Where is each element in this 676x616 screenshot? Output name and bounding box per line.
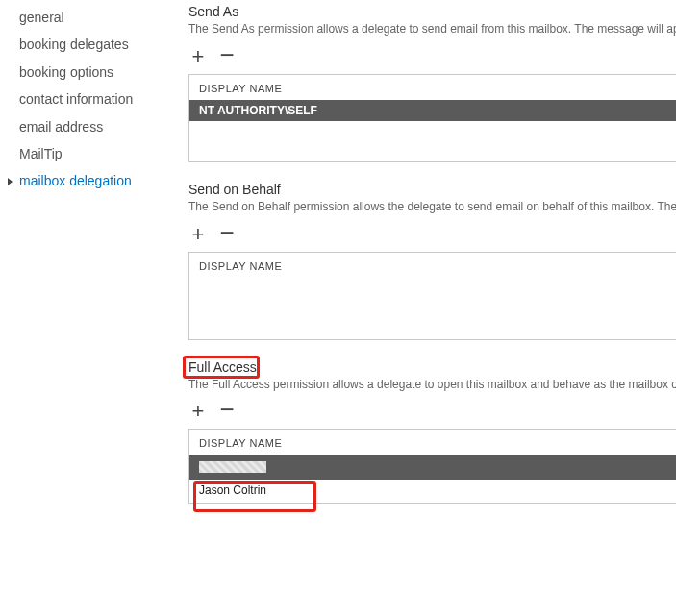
sidebar-item-booking-delegates[interactable]: booking delegates: [6, 31, 160, 58]
minus-icon: −: [219, 218, 234, 247]
toolbar: + −: [188, 225, 676, 244]
section-full-access: Full Access The Full Access permission a…: [188, 359, 676, 505]
full-access-list[interactable]: DISPLAY NAME Jason Coltrin: [188, 429, 676, 504]
sidebar: general booking delegates booking option…: [6, 4, 160, 523]
section-send-as: Send As The Send As permission allows a …: [188, 4, 676, 162]
section-send-on-behalf: Send on Behalf The Send on Behalf permis…: [188, 182, 676, 340]
plus-icon: +: [192, 399, 205, 423]
section-title: Send As: [188, 4, 676, 19]
plus-icon: +: [192, 44, 205, 68]
remove-button[interactable]: −: [217, 400, 237, 419]
sidebar-item-label: general: [19, 7, 64, 28]
sidebar-item-label: MailTip: [19, 143, 63, 164]
remove-button[interactable]: −: [217, 45, 237, 64]
sidebar-item-contact-information[interactable]: contact information: [6, 86, 160, 112]
sidebar-item-label: mailbox delegation: [19, 170, 132, 191]
row-text: NT AUTHORITY\SELF: [199, 104, 317, 117]
toolbar: + −: [188, 402, 676, 421]
sidebar-item-booking-options[interactable]: booking options: [6, 59, 160, 86]
sidebar-item-label: email address: [19, 116, 103, 137]
send-on-behalf-list[interactable]: DISPLAY NAME: [188, 252, 676, 340]
sidebar-item-email-address[interactable]: email address: [6, 113, 160, 140]
list-row-redacted[interactable]: [189, 455, 676, 480]
column-header: DISPLAY NAME: [189, 430, 676, 455]
list-row-selected[interactable]: NT AUTHORITY\SELF: [189, 100, 676, 121]
sidebar-item-label: booking options: [19, 62, 113, 83]
add-button[interactable]: +: [188, 47, 208, 66]
sidebar-item-mailbox-delegation[interactable]: mailbox delegation: [6, 167, 160, 194]
send-as-list[interactable]: DISPLAY NAME NT AUTHORITY\SELF: [188, 74, 676, 162]
section-description: The Full Access permission allows a dele…: [188, 377, 676, 393]
plus-icon: +: [192, 222, 205, 246]
toolbar: + −: [188, 47, 676, 66]
add-button[interactable]: +: [188, 402, 208, 421]
sidebar-item-label: contact information: [19, 88, 133, 110]
row-text: Jason Coltrin: [199, 483, 266, 497]
minus-icon: −: [219, 395, 234, 424]
minus-icon: −: [219, 40, 234, 69]
column-header: DISPLAY NAME: [189, 253, 676, 278]
section-title: Send on Behalf: [188, 182, 676, 197]
main-panel: Send As The Send As permission allows a …: [160, 4, 676, 523]
section-title: Full Access: [188, 359, 257, 375]
section-description: The Send on Behalf permission allows the…: [188, 199, 676, 215]
section-description: The Send As permission allows a delegate…: [188, 21, 676, 37]
sidebar-item-mailtip[interactable]: MailTip: [6, 140, 160, 167]
redacted-text: [199, 461, 266, 473]
remove-button[interactable]: −: [217, 223, 237, 242]
column-header: DISPLAY NAME: [189, 75, 676, 100]
sidebar-item-general[interactable]: general: [6, 4, 160, 31]
list-row[interactable]: Jason Coltrin: [189, 480, 676, 501]
sidebar-item-label: booking delegates: [19, 34, 129, 55]
add-button[interactable]: +: [188, 225, 208, 244]
